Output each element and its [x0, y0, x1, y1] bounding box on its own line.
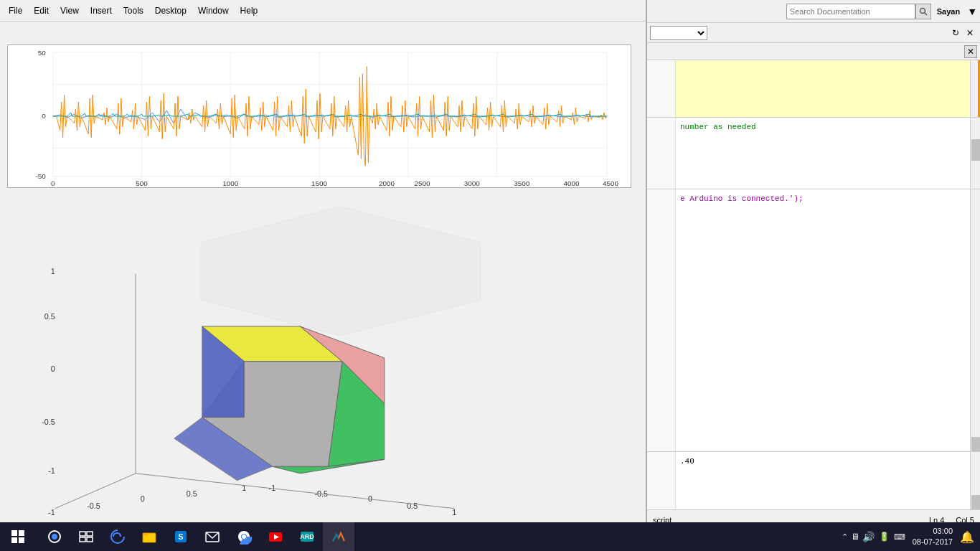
- svg-rect-62: [80, 537, 85, 542]
- editor-section4: .40: [647, 452, 980, 509]
- code-area-1: [676, 60, 970, 117]
- svg-text:ARD: ARD: [300, 533, 314, 540]
- code-line-string: e Arduino is connected.');: [680, 192, 966, 205]
- menu-edit[interactable]: Edit: [28, 3, 55, 19]
- code-area-3: e Arduino is connected.');: [676, 189, 970, 451]
- svg-text:1000: 1000: [222, 179, 238, 187]
- svg-point-71: [242, 534, 246, 539]
- close-icon-btn[interactable]: ✕: [963, 26, 977, 40]
- taskbar-arduino[interactable]: ARD: [291, 522, 323, 551]
- sys-tray-icons: ⌃ 🖥 🔊 🔋 ⌨: [842, 531, 905, 542]
- svg-text:2000: 2000: [379, 179, 395, 187]
- editor-section3: e Arduino is connected.');: [647, 189, 980, 452]
- scrollbar-4[interactable]: [970, 452, 980, 509]
- svg-rect-60: [80, 532, 85, 536]
- svg-text:-50: -50: [36, 172, 47, 180]
- svg-rect-57: [19, 537, 24, 543]
- scrollbar-thumb-3: [971, 437, 980, 451]
- taskbar-mail[interactable]: [197, 522, 228, 551]
- taskbar-clock[interactable]: 03:00 08-07-2017: [913, 526, 953, 548]
- refresh-icon-btn[interactable]: ↻: [948, 26, 963, 40]
- type-dropdown[interactable]: [650, 26, 707, 40]
- svg-text:4500: 4500: [603, 179, 618, 187]
- svg-text:50: 50: [38, 49, 46, 57]
- line-numbers-4: [647, 452, 676, 509]
- taskbar-taskview[interactable]: [70, 522, 102, 551]
- svg-text:500: 500: [136, 179, 148, 187]
- svg-text:0: 0: [51, 179, 55, 187]
- taskbar-store[interactable]: S: [165, 522, 197, 551]
- svg-text:0.5: 0.5: [187, 489, 197, 498]
- svg-text:-0.5: -0.5: [87, 501, 100, 510]
- svg-rect-61: [87, 532, 93, 536]
- clock-date: 08-07-2017: [913, 537, 953, 547]
- tray-keyboard: ⌨: [894, 532, 905, 542]
- chart-top: 50 0 -50 0 500 1000 1500 2000 2500 3000 …: [7, 44, 631, 188]
- clock-time: 03:00: [913, 526, 953, 537]
- svg-text:3000: 3000: [464, 179, 480, 187]
- user-dropdown-icon[interactable]: ▼: [967, 6, 977, 17]
- svg-marker-51: [201, 207, 481, 336]
- plot-area: 50 0 -50 0 500 1000 1500 2000 2500 3000 …: [0, 42, 646, 529]
- rp-close-bar: ✕: [647, 43, 980, 60]
- taskbar-matlab[interactable]: [323, 522, 354, 551]
- taskbar-chrome[interactable]: [228, 522, 260, 551]
- svg-rect-63: [87, 537, 93, 542]
- scrollbar-3[interactable]: [970, 189, 980, 451]
- taskbar-media[interactable]: [260, 522, 291, 551]
- menu-file[interactable]: File: [3, 3, 28, 19]
- svg-text:0: 0: [42, 112, 46, 120]
- svg-rect-56: [11, 537, 17, 543]
- svg-text:0: 0: [368, 494, 372, 503]
- notification-button[interactable]: 🔔: [960, 530, 974, 544]
- code-area-4: .40: [676, 452, 970, 509]
- hexagon-bg: [179, 199, 502, 343]
- tray-network: 🖥: [851, 532, 859, 542]
- scrollbar-2[interactable]: [970, 118, 980, 189]
- menu-insert[interactable]: Insert: [85, 3, 118, 19]
- search-button[interactable]: [915, 4, 931, 19]
- figure-window: File Edit View Insert Tools Desktop Wind…: [0, 0, 646, 529]
- code-line-4: .40: [680, 455, 966, 468]
- menu-desktop[interactable]: Desktop: [149, 3, 192, 19]
- svg-text:3500: 3500: [514, 179, 529, 187]
- svg-text:0.5: 0.5: [44, 312, 55, 321]
- svg-text:-1: -1: [48, 466, 55, 475]
- menu-help[interactable]: Help: [235, 3, 264, 19]
- search-area: Search Documentation: [786, 4, 931, 19]
- taskbar-items: S: [36, 522, 836, 551]
- svg-point-59: [52, 534, 57, 540]
- search-input[interactable]: Search Documentation: [786, 4, 915, 19]
- scrollbar-thumb-2: [971, 139, 980, 161]
- svg-rect-54: [11, 530, 17, 536]
- code-line-comment: number as needed: [680, 121, 966, 133]
- svg-text:S: S: [178, 532, 183, 541]
- start-button[interactable]: [0, 522, 36, 551]
- taskbar-edge[interactable]: [102, 522, 133, 551]
- line-numbers-3: [647, 189, 676, 451]
- taskbar-right: ⌃ 🖥 🔊 🔋 ⌨ 03:00 08-07-2017 🔔: [836, 522, 980, 551]
- svg-point-52: [920, 8, 925, 13]
- tray-up-arrow[interactable]: ⌃: [842, 532, 848, 542]
- user-name: Sayan: [933, 7, 964, 16]
- menu-view[interactable]: View: [55, 3, 85, 19]
- svg-text:0: 0: [141, 494, 145, 503]
- svg-rect-55: [19, 530, 24, 536]
- right-panel: Search Documentation Sayan ▼ ↻ ✕ ✕: [646, 0, 980, 529]
- taskbar-cortana[interactable]: [39, 522, 70, 551]
- menu-window[interactable]: Window: [192, 3, 235, 19]
- menu-tools[interactable]: Tools: [118, 3, 149, 19]
- svg-text:1: 1: [452, 508, 456, 517]
- svg-text:1: 1: [51, 267, 55, 276]
- svg-text:0.5: 0.5: [407, 501, 418, 510]
- taskbar-explorer[interactable]: [133, 522, 165, 551]
- svg-text:4000: 4000: [563, 179, 579, 187]
- tray-volume[interactable]: 🔊: [862, 531, 875, 542]
- svg-text:-1: -1: [48, 508, 55, 517]
- panel-close-button[interactable]: ✕: [964, 45, 977, 58]
- svg-text:-0.5: -0.5: [42, 418, 55, 426]
- tray-battery: 🔋: [879, 532, 890, 542]
- menu-bar: File Edit View Insert Tools Desktop Wind…: [0, 0, 646, 22]
- scrollbar-1[interactable]: [970, 60, 980, 117]
- code-area-2: number as needed: [676, 118, 970, 189]
